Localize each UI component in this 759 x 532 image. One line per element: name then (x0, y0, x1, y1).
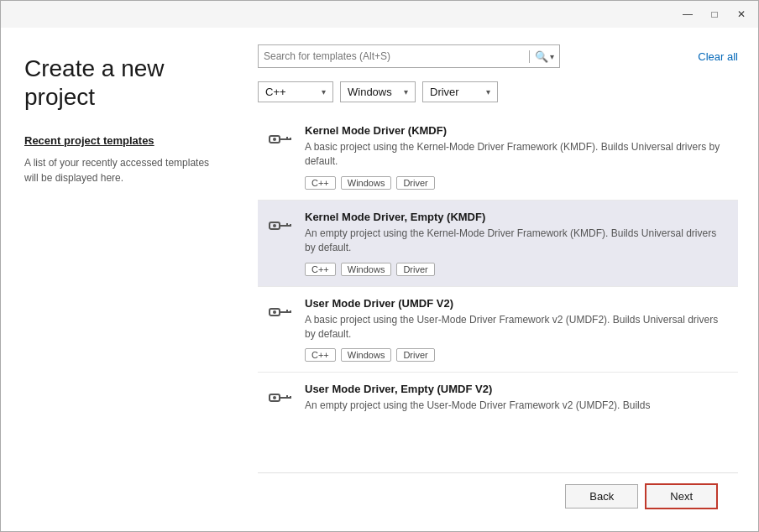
svg-rect-18 (286, 395, 288, 399)
template-desc: A basic project using the User-Mode Driv… (305, 313, 728, 342)
search-icon-btn[interactable]: 🔍 ▾ (529, 50, 554, 63)
search-box: 🔍 ▾ (258, 44, 560, 68)
platform-filter-value: Windows (348, 86, 392, 98)
platform-filter-arrow: ▾ (404, 87, 408, 96)
project-type-filter-value: Driver (430, 86, 459, 98)
search-row: 🔍 ▾ Clear all (258, 44, 738, 68)
svg-rect-17 (280, 397, 291, 399)
footer: Back Next (258, 472, 738, 519)
driver-icon (268, 299, 295, 326)
svg-rect-3 (286, 137, 288, 140)
svg-rect-2 (280, 138, 291, 140)
template-content: User Mode Driver, Empty (UMDF V2)An empt… (305, 383, 728, 420)
svg-rect-14 (290, 310, 291, 313)
clear-all-link[interactable]: Clear all (698, 50, 738, 63)
templates-list: Kernel Mode Driver (KMDF)A basic project… (258, 114, 738, 472)
search-input[interactable] (264, 50, 529, 62)
svg-point-11 (273, 310, 276, 314)
search-icon: 🔍 (535, 50, 548, 63)
project-type-filter[interactable]: Driver ▾ (422, 81, 498, 102)
svg-rect-9 (290, 224, 291, 227)
template-title: User Mode Driver (UMDF V2) (305, 297, 728, 310)
back-button[interactable]: Back (565, 484, 638, 509)
svg-rect-19 (290, 396, 291, 399)
language-filter-value: C++ (265, 86, 286, 98)
template-desc: A basic project using the Kernel-Mode Dr… (305, 140, 728, 170)
template-desc: An empty project using the User-Mode Dri… (305, 399, 728, 413)
template-desc: An empty project using the Kernel-Mode D… (305, 227, 728, 256)
next-button[interactable]: Next (645, 483, 718, 509)
template-tags: C++WindowsDriver (305, 348, 728, 362)
svg-rect-4 (290, 138, 291, 140)
tag-driver: Driver (396, 348, 434, 362)
tag-driver: Driver (396, 263, 434, 276)
template-content: User Mode Driver (UMDF V2)A basic projec… (305, 297, 728, 362)
svg-rect-7 (280, 225, 291, 227)
close-button[interactable]: ✕ (731, 4, 751, 24)
template-title: Kernel Mode Driver, Empty (KMDF) (305, 211, 728, 223)
left-panel: Create a new project Recent project temp… (1, 28, 244, 532)
template-item-umdf-v2-empty[interactable]: User Mode Driver, Empty (UMDF V2)An empt… (258, 373, 738, 430)
right-panel: 🔍 ▾ Clear all C++ ▾ Windows ▾ Driver ▾ (244, 28, 758, 532)
template-title: Kernel Mode Driver (KMDF) (305, 124, 728, 137)
svg-point-6 (273, 224, 276, 227)
language-filter[interactable]: C++ ▾ (258, 81, 333, 102)
svg-point-16 (273, 396, 276, 399)
tag-c++: C++ (305, 176, 336, 190)
minimize-button[interactable]: — (678, 4, 698, 24)
template-tags: C++WindowsDriver (305, 176, 728, 190)
template-item-umdf-v2[interactable]: User Mode Driver (UMDF V2)A basic projec… (258, 287, 738, 373)
template-content: Kernel Mode Driver, Empty (KMDF)An empty… (305, 211, 728, 276)
template-item-kmdf[interactable]: Kernel Mode Driver (KMDF)A basic project… (258, 114, 738, 201)
svg-point-1 (273, 138, 276, 141)
tag-driver: Driver (396, 176, 434, 190)
tag-c++: C++ (305, 263, 336, 276)
template-tags: C++WindowsDriver (305, 263, 728, 276)
svg-rect-13 (286, 310, 288, 313)
title-bar: — □ ✕ (1, 1, 758, 28)
template-content: Kernel Mode Driver (KMDF)A basic project… (305, 124, 728, 190)
driver-icon (268, 126, 295, 153)
platform-filter[interactable]: Windows ▾ (340, 81, 416, 102)
template-title: User Mode Driver, Empty (UMDF V2) (305, 383, 728, 395)
svg-rect-8 (286, 223, 288, 227)
tag-windows: Windows (341, 263, 392, 276)
page-title: Create a new project (24, 55, 221, 111)
recent-heading: Recent project templates (24, 134, 221, 147)
filter-row: C++ ▾ Windows ▾ Driver ▾ (258, 81, 738, 102)
recent-desc: A list of your recently accessed templat… (24, 155, 221, 185)
search-dropdown-arrow[interactable]: ▾ (550, 52, 554, 61)
project-type-filter-arrow: ▾ (486, 87, 490, 96)
tag-windows: Windows (341, 348, 392, 362)
template-item-kmdf-empty[interactable]: Kernel Mode Driver, Empty (KMDF)An empty… (258, 201, 738, 287)
main-layout: Create a new project Recent project temp… (1, 28, 758, 532)
driver-icon (268, 384, 295, 411)
tag-c++: C++ (305, 348, 336, 362)
svg-rect-12 (280, 311, 291, 313)
maximize-button[interactable]: □ (704, 4, 725, 24)
language-filter-arrow: ▾ (322, 87, 326, 96)
tag-windows: Windows (341, 176, 392, 190)
driver-icon (268, 212, 295, 239)
